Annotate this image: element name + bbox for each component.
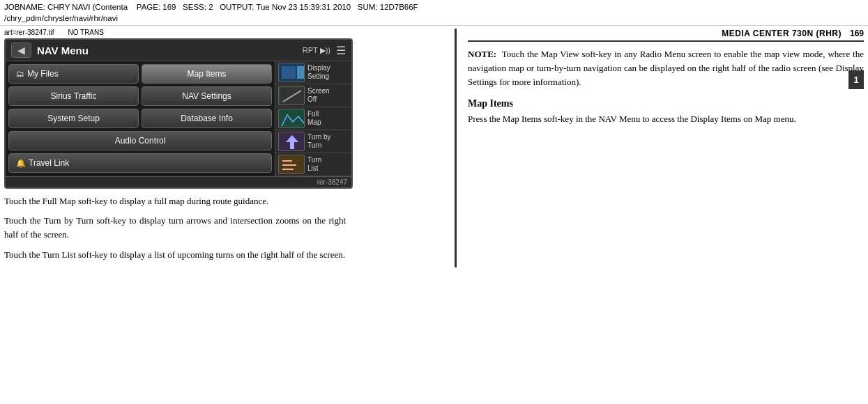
display-setting-thumb [278,63,305,82]
map-items-button[interactable]: Map Items [142,64,272,84]
nav-ui-mockup: ◀ NAV Menu RPT ▶)) ☰ 🗂 My Files Map Ite [4,38,353,189]
nav-row-2: Sirius Traffic NAV Settings [8,86,272,106]
screen-off-thumb [278,86,305,105]
map-items-section: Map Items Press the Map Items soft-key i… [468,98,864,126]
display-setting-label: DisplaySetting [307,64,330,81]
screen-off-label: ScreenOff [307,87,330,104]
svg-rect-1 [282,66,296,79]
chapter-tab: 1 [848,70,864,89]
svg-rect-11 [282,169,294,170]
map-items-body: Press the Map Items soft-key in the NAV … [468,112,864,126]
nav-right-panel: DisplaySetting ScreenOff F [275,61,351,176]
nav-row-5: 🔔 Travel Link [8,153,272,173]
full-map-label: FullMap [307,110,321,127]
body-para-2: Touch the Turn by Turn soft-key to displ… [4,214,346,242]
nav-row-1: 🗂 My Files Map Items [8,64,272,84]
output-label: OUTPUT: Tue Nov 23 15:39:31 2010 [220,3,351,11]
body-para-1: Touch the Full Map soft-key to display a… [4,194,346,208]
travel-link-label: Travel Link [29,158,69,168]
nav-footer: rer-38247 [6,176,351,187]
audio-control-button[interactable]: Audio Control [8,131,272,150]
art-filename: art=rer-38247.tif [4,29,54,36]
database-info-button[interactable]: Database Info [142,109,272,128]
turn-by-turn-label: Turn byTurn [307,133,331,150]
turn-by-turn-thumb [278,132,305,151]
right-column: MEDIA CENTER 730N (RHR) 169 1 NOTE: Touc… [455,29,864,267]
full-map-thumb [278,109,305,128]
svg-rect-10 [282,164,296,166]
my-files-button[interactable]: 🗂 My Files [8,64,139,84]
svg-rect-2 [297,66,304,79]
system-setup-button[interactable]: System Setup [8,109,139,128]
page-number: 169 [850,29,864,38]
svg-rect-9 [282,160,292,162]
art-label-row: art=rer-38247.tif NO TRANS [4,29,450,36]
travel-link-button[interactable]: 🔔 Travel Link [8,153,272,173]
media-center-title: MEDIA CENTER 730N (RHR) [722,29,842,38]
sum-label: SUM: 12D7B66F [358,3,418,11]
map-items-heading: Map Items [468,98,864,109]
my-files-label: My Files [27,69,59,79]
nav-menu-icon: ☰ [336,44,346,57]
page-label: PAGE: 169 [137,3,176,11]
nav-rpt-label: RPT ▶)) [303,46,330,55]
nav-buttons-panel: 🗂 My Files Map Items Sirius Traffic NAV … [6,61,275,176]
display-setting-item[interactable]: DisplaySetting [275,61,351,84]
nav-main-area: 🗂 My Files Map Items Sirius Traffic NAV … [6,61,351,176]
nav-row-3: System Setup Database Info [8,109,272,128]
nav-title: NAV Menu [37,45,297,56]
art-notrans: NO TRANS [68,29,104,36]
path-label: /chry_pdm/chrysler/navi/rhr/navi [4,14,118,22]
turn-list-thumb [278,155,305,174]
nav-footer-label: rer-38247 [317,178,347,186]
screen-off-item[interactable]: ScreenOff [275,84,351,107]
nav-back-button[interactable]: ◀ [11,42,31,58]
note-paragraph: NOTE: Touch the Map View soft-key in any… [468,47,864,89]
body-para-3: Touch the Turn List soft-key to display … [4,248,346,262]
nav-settings-button[interactable]: NAV Settings [142,86,272,106]
turn-list-item[interactable]: TurnList [275,153,351,176]
nav-row-4: Audio Control [8,131,272,150]
turn-list-label: TurnList [307,156,321,173]
note-body: Touch the Map View soft-key in any Radio… [468,49,864,87]
sirius-traffic-button[interactable]: Sirius Traffic [8,86,139,106]
left-column: art=rer-38247.tif NO TRANS ◀ NAV Menu RP… [4,29,450,267]
full-map-item[interactable]: FullMap [275,107,351,130]
note-label: NOTE: [468,49,496,59]
turn-by-turn-item[interactable]: Turn byTurn [275,130,351,153]
nav-header: ◀ NAV Menu RPT ▶)) ☰ [6,40,351,61]
sess-label: SESS: 2 [183,3,213,11]
job-header: JOBNAME: CHRY NAVI (Contenta PAGE: 169 S… [0,0,868,26]
body-text-area: Touch the Full Map soft-key to display a… [4,194,346,262]
jobname-label: JOBNAME: CHRY NAVI (Contenta [4,3,128,11]
right-header-bar: MEDIA CENTER 730N (RHR) 169 [468,29,864,42]
